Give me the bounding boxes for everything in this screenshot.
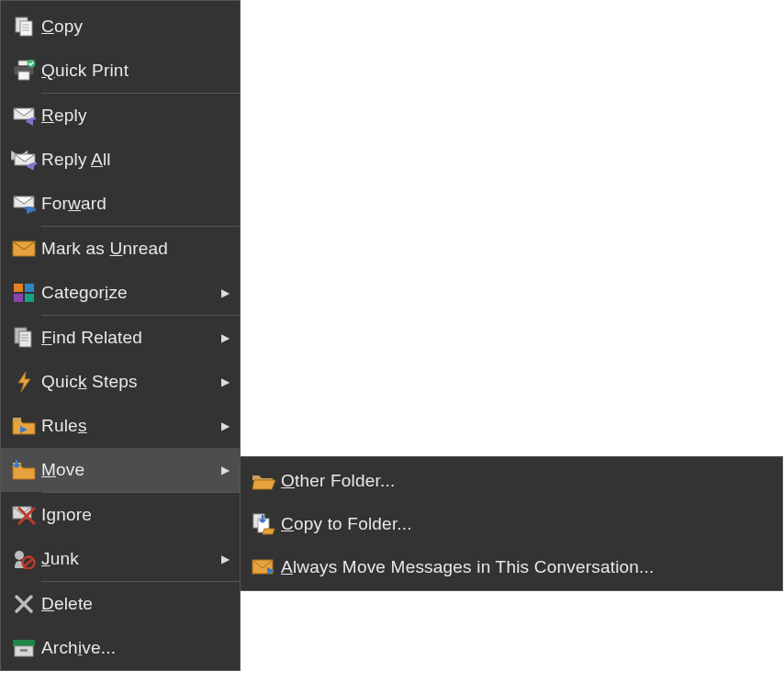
svg-rect-11	[25, 284, 34, 292]
svg-rect-7	[18, 72, 29, 80]
menu-item-label: Copy	[41, 17, 234, 37]
svg-rect-10	[14, 284, 23, 292]
categorize-icon	[6, 283, 41, 303]
menu-item-find-related[interactable]: Find Related ▶	[1, 316, 240, 360]
menu-item-mark-unread[interactable]: Mark as Unread	[1, 227, 240, 271]
menu-item-ignore[interactable]: Ignore	[1, 493, 240, 537]
copy-to-folder-icon	[246, 513, 281, 535]
submenu-arrow-icon: ▶	[216, 419, 234, 432]
menu-item-label: Reply	[41, 106, 234, 126]
archive-icon	[6, 639, 41, 657]
submenu-item-always-move[interactable]: Always Move Messages in This Conversatio…	[241, 545, 782, 588]
menu-item-label: Delete	[41, 594, 234, 614]
menu-item-rules[interactable]: Rules ▶	[1, 404, 240, 448]
menu-item-categorize[interactable]: Categorize ▶	[1, 271, 240, 315]
menu-item-label: Forward	[41, 194, 234, 214]
svg-rect-15	[19, 331, 31, 347]
menu-item-label: Reply All	[41, 150, 234, 170]
svg-point-24	[15, 551, 24, 560]
submenu-item-label: Other Folder...	[281, 471, 777, 491]
menu-item-delete[interactable]: Delete	[1, 582, 240, 626]
submenu-item-copy-to-folder[interactable]: Copy to Folder...	[241, 502, 782, 545]
menu-item-quick-steps[interactable]: Quick Steps ▶	[1, 360, 240, 404]
submenu-item-label: Always Move Messages in This Conversatio…	[281, 557, 777, 577]
menu-item-label: Categorize	[41, 283, 216, 303]
reply-icon	[6, 106, 41, 126]
submenu-arrow-icon: ▶	[216, 286, 234, 299]
reply-all-icon	[6, 150, 41, 170]
copy-icon	[6, 16, 41, 38]
move-folder-icon	[6, 460, 41, 480]
find-related-icon	[6, 327, 41, 349]
menu-item-archive[interactable]: Archive...	[1, 626, 240, 670]
svg-rect-1	[20, 21, 32, 36]
submenu-arrow-icon: ▶	[216, 331, 234, 344]
folder-open-icon	[246, 472, 281, 490]
menu-item-reply-all[interactable]: Reply All	[1, 138, 240, 182]
svg-rect-13	[25, 294, 34, 302]
lightning-icon	[6, 371, 41, 393]
printer-icon	[6, 60, 41, 82]
move-submenu: Other Folder... Copy to Folder... Always…	[240, 456, 783, 591]
menu-item-label: Rules	[41, 416, 216, 436]
svg-rect-19	[13, 418, 21, 421]
menu-item-label: Move	[41, 460, 216, 480]
svg-rect-31	[20, 649, 28, 652]
submenu-item-other-folder[interactable]: Other Folder...	[241, 459, 782, 502]
menu-item-move[interactable]: Move ▶	[1, 448, 240, 492]
svg-rect-29	[13, 640, 35, 646]
menu-item-junk[interactable]: Junk ▶	[1, 537, 240, 581]
menu-item-label: Quick Steps	[41, 372, 216, 392]
mail-closed-icon	[6, 240, 41, 257]
svg-line-26	[24, 559, 33, 566]
menu-item-label: Ignore	[41, 505, 234, 525]
junk-icon	[6, 549, 41, 569]
menu-item-copy[interactable]: Copy	[1, 5, 240, 49]
menu-item-reply[interactable]: Reply	[1, 94, 240, 138]
forward-icon	[6, 194, 41, 214]
menu-item-label: Find Related	[41, 328, 216, 348]
menu-item-forward[interactable]: Forward	[1, 182, 240, 226]
always-move-icon	[246, 557, 281, 577]
context-menu: Copy Quick Print Reply	[0, 0, 241, 671]
svg-rect-12	[14, 294, 23, 302]
menu-item-label: Junk	[41, 549, 216, 569]
menu-item-label: Mark as Unread	[41, 239, 234, 259]
rules-folder-icon	[6, 417, 41, 435]
menu-item-label: Archive...	[41, 638, 234, 658]
submenu-arrow-icon: ▶	[216, 375, 234, 388]
menu-item-label: Quick Print	[41, 61, 234, 81]
menu-item-quick-print[interactable]: Quick Print	[1, 49, 240, 93]
delete-icon	[6, 594, 41, 614]
submenu-arrow-icon: ▶	[216, 553, 234, 565]
ignore-icon	[6, 505, 41, 525]
submenu-item-label: Copy to Folder...	[281, 514, 777, 534]
submenu-arrow-icon: ▶	[216, 464, 234, 476]
